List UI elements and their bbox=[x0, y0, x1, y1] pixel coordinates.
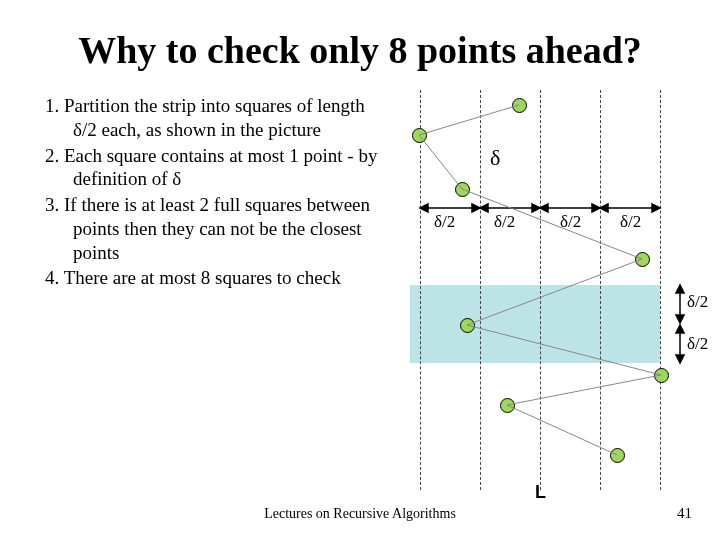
strip-diagram: δ δ/2 δ/2 δ/2 δ/2 δ/2 δ/2 bbox=[400, 90, 700, 490]
page-number: 41 bbox=[677, 505, 692, 522]
footer-text: Lectures on Recursive Algorithms bbox=[0, 506, 720, 522]
item-4: 4. There are at most 8 squares to check bbox=[28, 266, 388, 290]
page-title: Why to check only 8 points ahead? bbox=[28, 28, 692, 72]
text-column: 1. Partition the strip into squares of l… bbox=[28, 94, 388, 292]
L-label: L bbox=[535, 482, 546, 503]
item-1: 1. Partition the strip into squares of l… bbox=[28, 94, 388, 142]
item-3: 3. If there is at least 2 full squares b… bbox=[28, 193, 388, 264]
item-2: 2. Each square contains at most 1 point … bbox=[28, 144, 388, 192]
